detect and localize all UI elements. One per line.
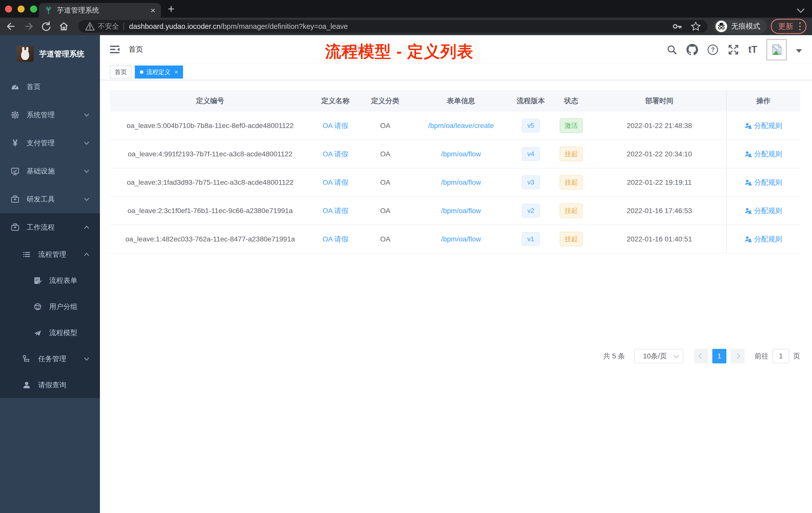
- cell-status: 挂起: [550, 225, 592, 253]
- assign-rule-button[interactable]: 分配规则: [745, 206, 782, 216]
- cell-operations: 分配规则: [726, 140, 800, 168]
- cell-process-version: v4: [512, 140, 550, 168]
- breadcrumb-home[interactable]: 首页: [128, 44, 329, 55]
- column-header-5: 流程版本: [512, 90, 550, 112]
- password-key-icon[interactable]: [672, 21, 682, 31]
- toolbox-icon: [10, 223, 20, 232]
- reload-button[interactable]: [41, 21, 52, 32]
- cell-form-link[interactable]: /bpm/oa/flow: [410, 225, 512, 253]
- assign-rule-button[interactable]: 分配规则: [745, 149, 782, 159]
- help-question-icon[interactable]: ?: [707, 44, 719, 56]
- hamburger-icon[interactable]: [110, 44, 120, 55]
- sidebar-item-label: 流程模型: [49, 328, 77, 338]
- goto-page-input[interactable]: [773, 349, 789, 363]
- column-header-6: 状态: [550, 90, 592, 112]
- incognito-label: 无痕模式: [731, 21, 760, 31]
- cell-definition-name-link[interactable]: OA 请假: [311, 140, 360, 168]
- address-bar[interactable]: 不安全 dashboard.yudao.iocoder.cn /bpm/mana…: [78, 20, 707, 33]
- sidebar-item-label: 支付管理: [27, 138, 55, 148]
- column-header-2: 定义名称: [311, 90, 360, 112]
- fullscreen-icon[interactable]: [728, 44, 739, 56]
- minimize-window-button[interactable]: [18, 5, 25, 12]
- search-icon[interactable]: [666, 44, 677, 55]
- zoom-window-button[interactable]: [30, 5, 37, 12]
- home-button[interactable]: [58, 21, 69, 32]
- cell-definition-name-link[interactable]: OA 请假: [311, 169, 360, 196]
- sidebar-item-devtools[interactable]: 研发工具: [0, 185, 100, 213]
- chevron-down-icon: [83, 140, 90, 146]
- cell-form-link[interactable]: /bpm/oa/flow: [410, 197, 512, 224]
- window-controls[interactable]: [5, 5, 37, 12]
- back-button[interactable]: [5, 21, 17, 32]
- cell-definition-id: oa_leave:2:3c1f0ef1-76b1-11ec-9c66-a2380…: [110, 197, 311, 224]
- sidebar-item-task-mgmt[interactable]: 任务管理: [0, 346, 100, 372]
- new-tab-button[interactable]: +: [168, 2, 174, 16]
- cell-definition-name-link[interactable]: OA 请假: [311, 197, 360, 224]
- sidebar-item-label: 研发工具: [27, 194, 55, 204]
- table-row: oa_leave:3:1fad3d93-7b75-11ec-a3c8-acde4…: [110, 169, 800, 197]
- sidebar-item-payment[interactable]: ¥支付管理: [0, 129, 100, 157]
- font-size-icon[interactable]: tT: [748, 44, 757, 55]
- incognito-badge: 无痕模式: [714, 19, 767, 34]
- page-size-value: 10条/页: [643, 351, 667, 361]
- chevron-down-icon: [83, 168, 90, 175]
- sidebar-item-label: 任务管理: [38, 354, 66, 364]
- avatar-caret-icon[interactable]: [796, 49, 802, 53]
- next-page-button[interactable]: [730, 349, 745, 363]
- sidebar-item-label: 系统管理: [27, 110, 55, 120]
- cell-status: 挂起: [550, 169, 592, 196]
- kebab-menu-icon: [799, 22, 801, 30]
- github-icon[interactable]: [687, 44, 698, 56]
- chevron-down-icon: [83, 356, 90, 362]
- sidebar-item-workflow[interactable]: 工作流程: [0, 213, 100, 241]
- assign-rule-label: 分配规则: [754, 178, 782, 187]
- tag-首页[interactable]: 首页: [110, 65, 132, 79]
- page-size-select[interactable]: 10条/页: [634, 349, 683, 363]
- version-badge: v1: [522, 232, 540, 246]
- gear-icon: [10, 111, 20, 119]
- sidebar-item-user-group[interactable]: 用户分组: [0, 294, 100, 320]
- browser-update-menu-button[interactable]: 更新: [771, 19, 807, 34]
- column-header-7: 部署时间: [592, 90, 726, 112]
- toolbox-icon: [10, 195, 20, 204]
- current-page-button[interactable]: 1: [712, 349, 726, 363]
- close-window-button[interactable]: [5, 5, 12, 12]
- tags-view: 首页流程定义×: [100, 64, 812, 80]
- sidebar-item-system[interactable]: 系统管理: [0, 101, 100, 129]
- chevron-left-icon: [698, 353, 704, 359]
- avatar[interactable]: [766, 39, 787, 60]
- sidebar-logo[interactable]: 芋道管理系统: [0, 35, 100, 73]
- status-badge: 挂起: [560, 175, 583, 190]
- sidebar-item-leave-query[interactable]: 请假查询: [0, 372, 100, 398]
- cell-definition-category: OA: [360, 197, 410, 224]
- cell-form-link[interactable]: /bpm/oa/leave/create: [410, 112, 512, 140]
- cell-operations: 分配规则: [726, 197, 800, 224]
- prev-page-button[interactable]: [694, 349, 708, 363]
- assign-rule-button[interactable]: 分配规则: [745, 234, 782, 244]
- status-badge: 挂起: [560, 232, 583, 246]
- cell-form-link[interactable]: /bpm/oa/flow: [410, 169, 512, 196]
- tag-close-icon[interactable]: ×: [174, 68, 178, 76]
- sidebar-item-process-form[interactable]: 流程表单: [0, 268, 100, 294]
- user-icon: [745, 151, 752, 158]
- assign-rule-button[interactable]: 分配规则: [745, 121, 782, 130]
- sidebar-item-process-model[interactable]: 流程模型: [0, 320, 100, 346]
- bookmark-star-icon[interactable]: [691, 21, 701, 32]
- goto-unit-label: 页: [793, 351, 800, 361]
- tab-close-icon[interactable]: ×: [150, 6, 155, 14]
- forward-button[interactable]: [23, 21, 34, 32]
- tab-search-chevron-icon[interactable]: [796, 8, 805, 13]
- cell-definition-name-link[interactable]: OA 请假: [311, 112, 360, 140]
- tag-label: 流程定义: [146, 68, 171, 76]
- cell-definition-name-link[interactable]: OA 请假: [311, 225, 360, 253]
- cell-definition-category: OA: [360, 169, 410, 196]
- cell-deploy-time: 2022-01-16 01:40:51: [592, 225, 726, 253]
- tag-流程定义[interactable]: 流程定义×: [135, 65, 183, 79]
- browser-tab[interactable]: 芋道管理系统 ×: [39, 3, 161, 18]
- sidebar-item-home[interactable]: 首页: [0, 73, 100, 101]
- sidebar-item-process-mgmt[interactable]: 流程管理: [0, 241, 100, 268]
- version-badge: v5: [522, 119, 540, 132]
- assign-rule-button[interactable]: 分配规则: [745, 178, 782, 187]
- sidebar-item-infrastructure[interactable]: 基础设施: [0, 157, 100, 185]
- cell-form-link[interactable]: /bpm/oa/flow: [410, 140, 512, 168]
